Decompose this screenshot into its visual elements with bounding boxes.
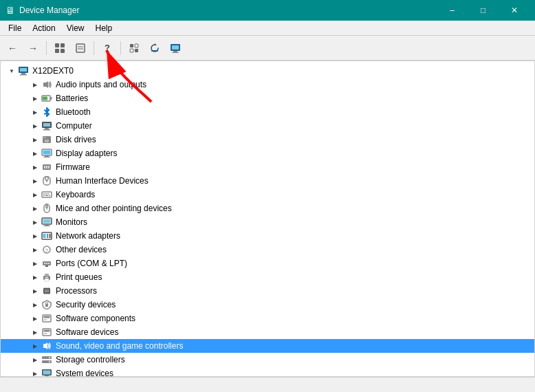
storage-node[interactable]: ▶ Storage controllers	[1, 353, 534, 367]
batteries-label: Batteries	[56, 94, 88, 103]
system-icon	[41, 368, 53, 377]
svg-rect-44	[42, 192, 52, 197]
display-node[interactable]: ▶ Display adapters	[1, 146, 534, 160]
ports-expand[interactable]: ▶	[30, 258, 41, 269]
bluetooth-label: Bluetooth	[56, 107, 91, 117]
svg-rect-38	[44, 166, 45, 168]
display-label: Display adapters	[56, 149, 117, 158]
batteries-expand[interactable]: ▶	[30, 93, 41, 104]
monitors-node[interactable]: ▶ Monitors	[1, 215, 534, 229]
batteries-node[interactable]: ▶ Batteries	[1, 91, 534, 105]
softcomp-node[interactable]: ▶ Software components	[1, 312, 534, 325]
network-icon	[41, 230, 53, 241]
device-properties-button[interactable]	[166, 39, 185, 58]
svg-rect-49	[45, 195, 48, 197]
svg-rect-35	[45, 155, 49, 157]
disk-icon	[41, 134, 53, 145]
display-icon	[41, 148, 53, 159]
system-node[interactable]: ▶ System devices	[1, 367, 534, 377]
softcomp-expand[interactable]: ▶	[30, 313, 41, 324]
toolbar: ← → ?	[0, 36, 535, 61]
firmware-expand[interactable]: ▶	[30, 162, 41, 173]
svg-rect-96	[45, 375, 49, 377]
svg-rect-87	[44, 330, 50, 332]
computer-node[interactable]: ▶ Computer	[1, 119, 534, 133]
menu-action[interactable]: Action	[27, 22, 61, 34]
mice-node[interactable]: ▶ Mice and other pointing devices	[1, 202, 534, 215]
display-expand[interactable]: ▶	[30, 148, 41, 159]
keyboards-node[interactable]: ▶ Keyboards	[1, 188, 534, 202]
minimize-button[interactable]: –	[437, 0, 468, 21]
close-button[interactable]: ✕	[499, 0, 529, 21]
audio-node[interactable]: ▶ Audio inputs and outputs	[1, 78, 534, 91]
show-by-connection-button[interactable]	[71, 39, 90, 58]
svg-point-66	[46, 263, 47, 264]
menu-help[interactable]: Help	[90, 22, 118, 34]
storage-expand[interactable]: ▶	[30, 354, 41, 365]
audio-label: Audio inputs and outputs	[56, 80, 146, 89]
svg-marker-11	[155, 43, 157, 45]
disk-expand[interactable]: ▶	[30, 134, 41, 145]
scan-changes-button[interactable]	[145, 39, 164, 58]
security-expand[interactable]: ▶	[30, 299, 41, 310]
svg-rect-34	[43, 151, 51, 155]
monitors-expand[interactable]: ▶	[30, 217, 41, 228]
bluetooth-node[interactable]: ▶ Bluetooth	[1, 105, 534, 119]
svg-rect-9	[130, 49, 133, 52]
processors-node[interactable]: ▶ Processors	[1, 284, 534, 298]
device-tree-panel[interactable]: ▼ X12DEXT0 ▶ Audio inputs	[0, 61, 535, 377]
svg-rect-20	[20, 74, 27, 76]
hid-expand[interactable]: ▶	[30, 175, 41, 186]
forward-button[interactable]: →	[23, 39, 43, 58]
svg-rect-14	[172, 45, 179, 50]
keyboards-expand[interactable]: ▶	[30, 189, 41, 200]
softdev-expand[interactable]: ▶	[30, 327, 41, 338]
svg-point-67	[48, 263, 50, 264]
computer-expand[interactable]: ▶	[30, 120, 41, 131]
print-expand[interactable]: ▶	[30, 272, 41, 283]
mice-expand[interactable]: ▶	[30, 203, 41, 214]
disk-node[interactable]: ▶ Disk drives	[1, 133, 534, 146]
menu-view[interactable]: View	[61, 22, 90, 34]
svg-rect-68	[45, 265, 48, 267]
sound-node[interactable]: ▶ Sound, video and game controllers	[1, 339, 534, 353]
root-node[interactable]: ▼ X12DEXT0	[1, 64, 534, 78]
network-expand[interactable]: ▶	[30, 230, 41, 241]
audio-expand[interactable]: ▶	[30, 79, 41, 90]
ports-label: Ports (COM & LPT)	[56, 259, 127, 268]
root-expand[interactable]: ▼	[6, 65, 17, 76]
back-button[interactable]: ←	[3, 39, 22, 58]
system-expand[interactable]: ▶	[30, 368, 41, 377]
hid-label: Human Interface Devices	[56, 176, 149, 186]
security-node[interactable]: ▶ Security devices	[1, 298, 534, 312]
firmware-node[interactable]: ▶ Firmware	[1, 160, 534, 174]
softdev-node[interactable]: ▶ Software devices	[1, 325, 534, 339]
help-button[interactable]: ?	[98, 39, 117, 58]
svg-rect-10	[135, 49, 138, 52]
monitors-label: Monitors	[56, 217, 87, 227]
ports-node[interactable]: ▶ Ports (COM & LPT)	[1, 257, 534, 270]
svg-rect-57	[43, 226, 50, 226]
processors-label: Processors	[56, 286, 97, 296]
other-expand[interactable]: ▶	[30, 244, 41, 255]
security-label: Security devices	[56, 300, 116, 309]
svg-rect-48	[43, 195, 45, 197]
svg-text:?: ?	[45, 248, 49, 254]
svg-rect-52	[46, 204, 47, 208]
processors-expand[interactable]: ▶	[30, 285, 41, 296]
network-node[interactable]: ▶ Network adapters	[1, 229, 534, 243]
hid-node[interactable]: ▶ Human Interface Devices	[1, 174, 534, 188]
root-label: X12DEXT0	[32, 66, 74, 76]
menu-file[interactable]: File	[3, 22, 27, 34]
print-node[interactable]: ▶ Print queues	[1, 270, 534, 284]
status-bar	[0, 377, 535, 392]
bluetooth-expand[interactable]: ▶	[30, 107, 41, 118]
device-tree: ▼ X12DEXT0 ▶ Audio inputs	[1, 61, 534, 377]
svg-rect-27	[45, 128, 49, 129]
toolbar-separator-1	[46, 41, 47, 55]
maximize-button[interactable]: □	[468, 0, 499, 21]
other-node[interactable]: ▶ ? Other devices	[1, 243, 534, 257]
sound-expand[interactable]: ▶	[30, 340, 41, 351]
show-hidden-button[interactable]	[124, 39, 144, 58]
show-by-type-button[interactable]	[50, 39, 69, 58]
